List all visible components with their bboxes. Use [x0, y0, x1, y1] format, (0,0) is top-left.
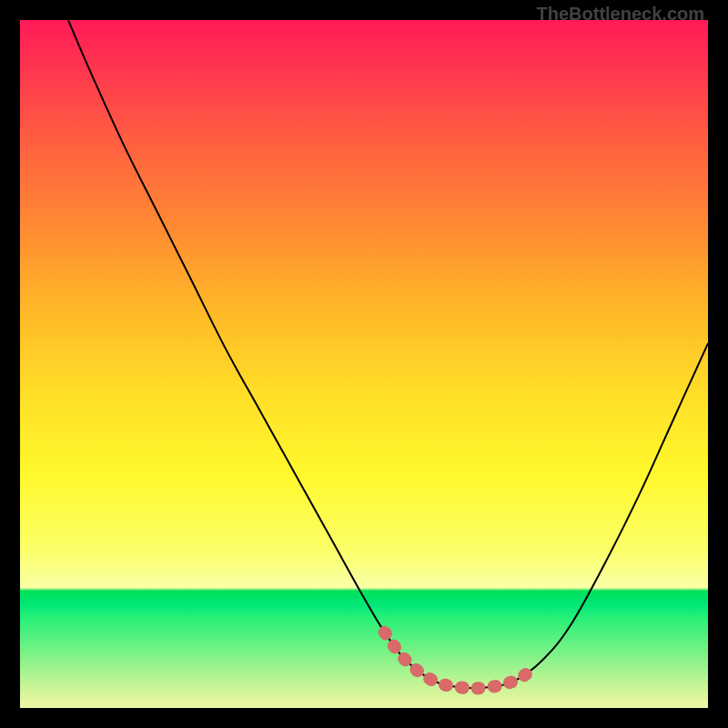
plot-area: [20, 20, 708, 708]
attribution-text: TheBottleneck.com: [537, 4, 704, 25]
chart-container: TheBottleneck.com: [0, 0, 728, 728]
optimal-range-highlight: [385, 632, 536, 689]
chart-svg: [20, 20, 708, 708]
bottleneck-curve: [68, 20, 708, 688]
